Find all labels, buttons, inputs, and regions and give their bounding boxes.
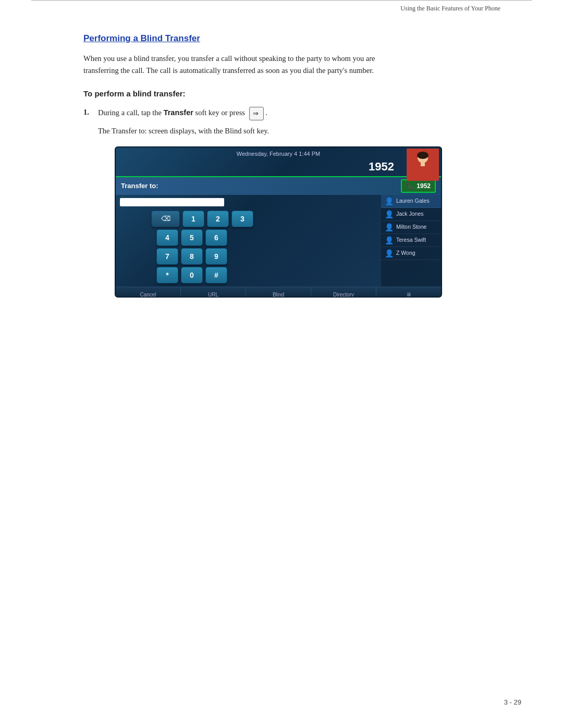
- step-number: 1.: [83, 107, 93, 118]
- page-content: Performing a Blind Transfer When you use…: [0, 16, 563, 329]
- transfer-key-button: ⇒: [249, 107, 264, 120]
- contact-icon-4: 👤: [384, 249, 394, 258]
- contact-item-1[interactable]: 👤 Jack Jones: [381, 208, 441, 221]
- dial-key-9[interactable]: 9: [205, 248, 227, 265]
- steps-list: 1. During a call, tap the Transfer soft …: [83, 107, 511, 120]
- dial-row-3: * 0 #: [156, 267, 377, 283]
- svg-rect-4: [421, 162, 425, 166]
- page-footer: 3 - 29: [504, 697, 521, 708]
- contact-icon-0: 👤: [384, 196, 394, 206]
- softkey-blind-label: Blind: [273, 291, 284, 298]
- contact-icon-2: 👤: [384, 223, 394, 232]
- softkey-menu[interactable]: ≡: [376, 287, 441, 298]
- dial-key-3[interactable]: 3: [231, 211, 253, 227]
- dial-key-6[interactable]: 6: [205, 229, 227, 246]
- active-call-badge: 📞 1952: [401, 179, 436, 193]
- menu-icon: ≡: [407, 289, 411, 298]
- phone-softkeys: Cancel URL Blind Directory ≡: [116, 287, 441, 298]
- phone-top-bar: Wednesday, February 4 1:44 PM 1952: [116, 147, 441, 177]
- call-icon: 📞: [406, 181, 414, 191]
- active-ext: 1952: [417, 181, 431, 191]
- transfer-to-bar: Transfer to: 📞 1952: [116, 176, 441, 195]
- step1-prefix: During a call, tap the: [98, 108, 164, 117]
- softkey-directory-label: Directory: [333, 291, 354, 298]
- contact-icon-1: 👤: [384, 209, 394, 219]
- avatar: [407, 149, 439, 181]
- page-number: 3 - 29: [504, 698, 521, 706]
- phone-main: ⌫ 1 2 3 4 5 6 7 8 9 * 0 #: [116, 195, 441, 287]
- avatar-svg: [407, 149, 439, 181]
- section-title: Performing a Blind Transfer: [83, 32, 511, 45]
- avatar-silhouette: [407, 149, 439, 181]
- dial-key-5[interactable]: 5: [181, 229, 203, 246]
- contact-name-2: Milton Stone: [396, 223, 426, 231]
- softkey-url[interactable]: URL: [181, 287, 246, 298]
- step1-indent-text: The Transfer to: screen displays, with t…: [98, 126, 511, 137]
- contact-name-4: Z Wong: [396, 249, 415, 257]
- dial-area: ⌫ 1 2 3 4 5 6 7 8 9 * 0 #: [116, 195, 381, 287]
- phone-extension: 1952: [121, 158, 436, 175]
- step1-bold: Transfer: [164, 108, 193, 117]
- svg-point-2: [417, 152, 429, 159]
- dial-key-7[interactable]: 7: [156, 248, 178, 265]
- transfer-to-label: Transfer to:: [121, 181, 158, 191]
- dial-key-star[interactable]: *: [156, 267, 178, 283]
- contact-name-3: Teresa Swift: [396, 236, 426, 244]
- dial-key-4[interactable]: 4: [156, 229, 178, 246]
- header-text: Using the Basic Features of Your Phone: [400, 5, 500, 12]
- contact-name-0: Lauren Gates: [396, 197, 430, 205]
- phone-screen: Wednesday, February 4 1:44 PM 1952: [115, 146, 442, 298]
- dial-row-1: 4 5 6: [156, 229, 377, 246]
- dial-row-0: ⌫ 1 2 3: [120, 211, 377, 227]
- contact-item-3[interactable]: 👤 Teresa Swift: [381, 234, 441, 247]
- dial-input[interactable]: [120, 198, 224, 206]
- softkey-url-label: URL: [208, 291, 218, 298]
- step1-suffix: soft key or press: [193, 108, 245, 117]
- contact-item-4[interactable]: 👤 Z Wong: [381, 247, 441, 260]
- step-text: During a call, tap the Transfer soft key…: [98, 107, 511, 120]
- softkey-blind[interactable]: Blind: [246, 287, 311, 298]
- backspace-button[interactable]: ⌫: [151, 211, 180, 227]
- contact-item-0[interactable]: 👤 Lauren Gates: [381, 195, 441, 208]
- dial-key-2[interactable]: 2: [207, 211, 229, 227]
- step-1: 1. During a call, tap the Transfer soft …: [83, 107, 511, 120]
- contact-name-1: Jack Jones: [396, 210, 424, 218]
- contact-icon-3: 👤: [384, 236, 394, 245]
- dial-key-hash[interactable]: #: [205, 267, 227, 283]
- softkey-cancel-label: Cancel: [140, 291, 156, 298]
- subsection-title: To perform a blind transfer:: [83, 88, 511, 100]
- dial-key-0[interactable]: 0: [181, 267, 203, 283]
- transfer-arrow-icon: ⇒: [253, 108, 259, 119]
- body-text: When you use a blind transfer, you trans…: [83, 53, 407, 77]
- page-header: Using the Basic Features of Your Phone: [31, 0, 532, 16]
- dial-row-2: 7 8 9: [156, 248, 377, 265]
- contacts-sidebar: 👤 Lauren Gates 👤 Jack Jones 👤 Milton Sto…: [381, 195, 441, 287]
- dial-key-1[interactable]: 1: [182, 211, 204, 227]
- softkey-cancel[interactable]: Cancel: [116, 287, 181, 298]
- contact-item-2[interactable]: 👤 Milton Stone: [381, 221, 441, 234]
- softkey-directory[interactable]: Directory: [311, 287, 376, 298]
- phone-datetime: Wednesday, February 4 1:44 PM: [121, 150, 436, 158]
- dial-key-8[interactable]: 8: [181, 248, 203, 265]
